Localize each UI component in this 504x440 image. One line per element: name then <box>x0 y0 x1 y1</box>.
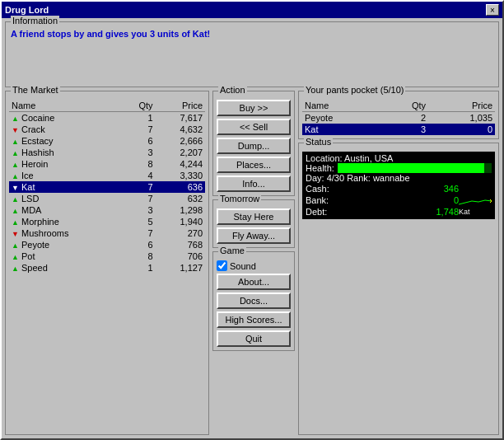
cash-row: Cash: 346 <box>306 183 492 194</box>
market-cell-price: 636 <box>156 181 205 193</box>
drug-name: MDA <box>21 205 41 215</box>
market-row[interactable]: ▲ Speed 1 1,127 <box>9 262 205 274</box>
day-rank-row: Day: 4/30 Rank: wannabe <box>306 173 492 183</box>
pocket-col-name: Name <box>302 100 382 112</box>
bank-chart <box>459 194 492 206</box>
right-column: Your pants pocket (5/10) Name Qty Price <box>298 91 499 435</box>
pocket-cell-price: 0 <box>428 124 495 135</box>
status-group: Status Location: Austin, USA Health: Day… <box>298 143 499 435</box>
quit-button[interactable]: Quit <box>217 330 291 347</box>
docs-button[interactable]: Docs... <box>217 293 291 309</box>
dump-button[interactable]: Dump... <box>217 138 291 154</box>
fly-away-button[interactable]: Fly Away... <box>217 227 291 244</box>
game-group: Game Sound About... Docs... High Scores.… <box>212 251 295 351</box>
places-button[interactable]: Places... <box>217 157 291 173</box>
market-cell-name: ▲ Pot <box>9 250 121 262</box>
buy-button[interactable]: Buy >> <box>217 100 291 116</box>
drug-name: Pot <box>21 251 35 261</box>
market-cell-qty: 5 <box>121 216 156 227</box>
market-row[interactable]: ▲ Hashish 3 2,207 <box>9 147 205 158</box>
market-cell-qty: 7 <box>121 193 156 204</box>
pocket-body: Peyote 2 1,035 Kat 3 0 <box>302 112 495 136</box>
pocket-row[interactable]: Kat 3 0 <box>302 124 495 135</box>
tomorrow-label: Tomorrow <box>218 194 261 204</box>
market-cell-qty: 4 <box>121 170 156 181</box>
pocket-col-qty: Qty <box>382 100 428 112</box>
market-row[interactable]: ▲ Pot 8 706 <box>9 250 205 262</box>
market-row[interactable]: ▲ LSD 7 632 <box>9 193 205 204</box>
market-cell-qty: 6 <box>121 135 156 147</box>
tomorrow-group: Tomorrow Stay Here Fly Away... <box>212 199 295 248</box>
market-row[interactable]: ▲ Ice 4 3,330 <box>9 170 205 181</box>
pocket-cell-name: Kat <box>302 124 382 135</box>
market-cell-name: ▼ Kat <box>9 181 121 193</box>
stay-here-button[interactable]: Stay Here <box>217 208 291 225</box>
market-cell-price: 1,127 <box>156 262 205 274</box>
market-cell-qty: 8 <box>121 158 156 170</box>
action-label: Action <box>218 85 247 95</box>
pocket-table: Name Qty Price Peyote 2 1,035 Kat 3 0 <box>302 100 495 135</box>
drug-name: Crack <box>21 124 45 134</box>
market-row[interactable]: ▲ Cocaine 1 7,617 <box>9 112 205 124</box>
debt-row: Debt: 1,748 Kat <box>306 206 492 218</box>
market-header: Name Qty Price <box>9 100 205 112</box>
market-cell-price: 3,330 <box>156 170 205 181</box>
info-content: A friend stops by and gives you 3 units … <box>6 22 498 87</box>
location-text: Location: Austin, USA <box>306 153 492 163</box>
market-cell-name: ▼ Mushrooms <box>9 227 121 239</box>
market-cell-price: 270 <box>156 227 205 239</box>
market-cell-qty: 6 <box>121 239 156 250</box>
info-button[interactable]: Info... <box>217 176 291 192</box>
bank-row: Bank: 0 <box>306 194 492 206</box>
market-cell-qty: 3 <box>121 147 156 158</box>
pocket-col-price: Price <box>428 100 495 112</box>
market-row[interactable]: ▲ Peyote 6 768 <box>9 239 205 250</box>
market-row[interactable]: ▲ Ecstacy 6 2,666 <box>9 135 205 147</box>
market-cell-price: 1,940 <box>156 216 205 227</box>
debt-label: Debt: <box>306 207 335 217</box>
drug-name: Morphine <box>21 217 59 227</box>
pocket-cell-qty: 3 <box>382 124 428 135</box>
sell-button[interactable]: << Sell <box>217 119 291 135</box>
drug-name: Ice <box>21 171 34 180</box>
market-cell-name: ▲ Cocaine <box>9 112 121 124</box>
title-bar: Drug Lord × <box>2 2 502 18</box>
market-row[interactable]: ▲ Heroin 8 4,244 <box>9 158 205 170</box>
market-row[interactable]: ▼ Kat 7 636 <box>9 181 205 193</box>
market-cell-name: ▲ Hashish <box>9 147 121 158</box>
sound-checkbox-label[interactable]: Sound <box>217 260 291 271</box>
drug-name: Kat <box>21 182 35 192</box>
market-row[interactable]: ▲ Morphine 5 1,940 <box>9 216 205 227</box>
market-row[interactable]: ▲ MDA 3 1,298 <box>9 204 205 216</box>
market-cell-price: 2,207 <box>156 147 205 158</box>
game-label: Game <box>218 246 246 255</box>
drug-name: LSD <box>21 194 39 204</box>
bank-chart-svg <box>459 194 492 206</box>
market-cell-qty: 8 <box>121 250 156 262</box>
kat-label: Kat <box>459 208 470 216</box>
market-cell-price: 4,244 <box>156 158 205 170</box>
market-cell-price: 632 <box>156 193 205 204</box>
market-row[interactable]: ▼ Mushrooms 7 270 <box>9 227 205 239</box>
market-cell-name: ▲ MDA <box>9 204 121 216</box>
high-scores-button[interactable]: High Scores... <box>217 311 291 328</box>
drug-name: Cocaine <box>21 113 54 123</box>
pocket-group: Your pants pocket (5/10) Name Qty Price <box>298 91 499 139</box>
sound-checkbox[interactable] <box>217 260 227 271</box>
close-button[interactable]: × <box>486 4 499 16</box>
market-cell-qty: 7 <box>121 124 156 135</box>
about-button[interactable]: About... <box>217 274 291 290</box>
main-window: Drug Lord × Information A friend stops b… <box>0 0 504 440</box>
cash-chart <box>459 183 492 194</box>
pocket-row[interactable]: Peyote 2 1,035 <box>302 112 495 124</box>
market-cell-name: ▲ Ecstacy <box>9 135 121 147</box>
market-label: The Market <box>11 85 60 95</box>
middle-column: Action Buy >> << Sell Dump... Places... … <box>212 91 295 435</box>
market-cell-qty: 3 <box>121 204 156 216</box>
market-cell-name: ▲ Morphine <box>9 216 121 227</box>
window-content: Information A friend stops by and gives … <box>2 18 502 438</box>
market-row[interactable]: ▼ Crack 7 4,632 <box>9 124 205 135</box>
market-cell-name: ▲ Speed <box>9 262 121 274</box>
market-col-name: Name <box>9 100 121 112</box>
market-cell-price: 4,632 <box>156 124 205 135</box>
